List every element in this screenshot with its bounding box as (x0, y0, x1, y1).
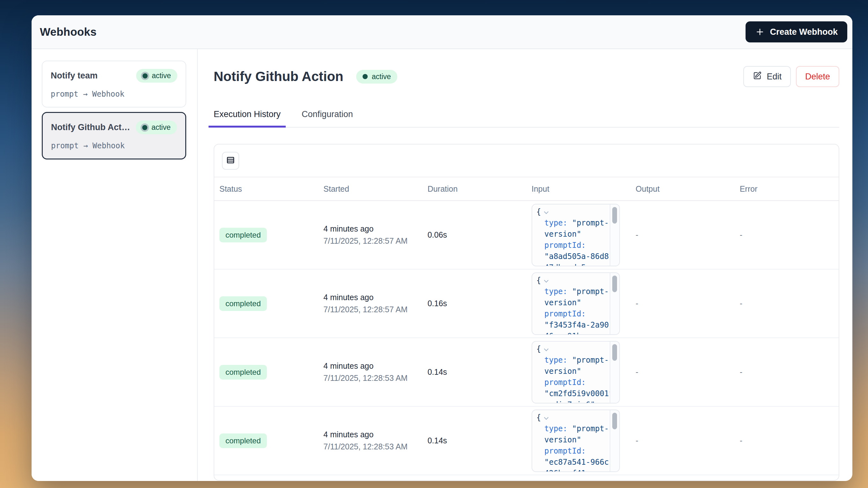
status-cell: completed (214, 296, 318, 311)
status-badge: active (356, 70, 397, 84)
scrollbar-thumb[interactable] (612, 207, 617, 223)
create-webhook-label: Create Webhook (770, 27, 838, 37)
status-cell: completed (214, 433, 318, 448)
scrollbar[interactable] (610, 410, 619, 471)
json-content: {type: "prompt-version"promptId:"ec87a54… (532, 412, 609, 472)
started-absolute: 7/11/2025, 12:28:57 AM (323, 305, 422, 314)
edit-button[interactable]: Edit (743, 66, 791, 87)
duration-cell: 0.06s (423, 230, 526, 240)
status-badge: completed (219, 296, 267, 311)
sidebar: Notify team active prompt → Webhook Noti… (32, 49, 198, 481)
sidebar-item-notify-github-action[interactable]: Notify Github Action active prompt → Web… (42, 112, 186, 159)
page-title: Notify Github Action (214, 69, 343, 84)
started-cell: 4 minutes ago 7/11/2025, 12:28:57 AM (318, 293, 422, 314)
output-cell: - (630, 299, 734, 308)
error-cell: - (735, 299, 839, 308)
chevron-down-icon[interactable] (544, 209, 549, 214)
json-content: {type: "prompt-version"promptId:"a8ad505… (532, 206, 609, 266)
error-cell: - (735, 436, 839, 445)
input-cell: {type: "prompt-version"promptId:"f3453f4… (526, 272, 630, 335)
table-row: completed 4 minutes ago 7/11/2025, 12:28… (214, 201, 839, 270)
started-cell: 4 minutes ago 7/11/2025, 12:28:53 AM (318, 430, 422, 451)
chevron-down-icon[interactable] (544, 346, 549, 351)
input-json-viewer[interactable]: {type: "prompt-version"promptId:"cm2fd5i… (532, 341, 620, 403)
scrollbar-thumb[interactable] (612, 344, 617, 361)
webhook-name: Notify Github Action (51, 122, 131, 132)
started-relative: 4 minutes ago (323, 293, 422, 302)
tab-configuration[interactable]: Configuration (297, 110, 358, 127)
started-absolute: 7/11/2025, 12:28:53 AM (323, 442, 422, 451)
webhook-route: prompt → Webhook (51, 90, 177, 98)
column-header-error: Error (735, 184, 839, 193)
webhooks-window: Webhooks Create Webhook Notify team acti… (32, 15, 852, 481)
tab-bar: Execution History Configuration (214, 110, 839, 128)
tab-execution-history[interactable]: Execution History (209, 110, 286, 128)
column-header-status: Status (214, 184, 318, 193)
create-webhook-button[interactable]: Create Webhook (746, 21, 847, 42)
started-relative: 4 minutes ago (323, 224, 422, 234)
column-header-started: Started (318, 184, 422, 193)
output-cell: - (630, 230, 734, 240)
scrollbar-thumb[interactable] (612, 413, 617, 429)
table-header-row: Status Started Duration Input Output Err… (214, 177, 839, 201)
chevron-down-icon[interactable] (544, 415, 549, 420)
started-cell: 4 minutes ago 7/11/2025, 12:28:53 AM (318, 361, 422, 383)
execution-history-table: Status Started Duration Input Output Err… (214, 144, 839, 481)
status-badge: active (136, 121, 177, 134)
json-content: {type: "prompt-version"promptId:"cm2fd5i… (532, 343, 609, 403)
error-cell: - (735, 367, 839, 377)
status-badge: active (136, 69, 177, 83)
execution-table-body: completed 4 minutes ago 7/11/2025, 12:28… (214, 201, 839, 475)
scrollbar-thumb[interactable] (612, 276, 617, 292)
table-toolbar (214, 145, 839, 177)
error-cell: - (735, 230, 839, 240)
duration-cell: 0.14s (423, 367, 526, 377)
table-row: completed 4 minutes ago 7/11/2025, 12:28… (214, 338, 839, 407)
input-json-viewer[interactable]: {type: "prompt-version"promptId:"a8ad505… (532, 204, 620, 266)
active-dot-icon (143, 73, 148, 79)
table-rows-icon (226, 155, 235, 166)
table-row: completed 4 minutes ago 7/11/2025, 12:28… (214, 270, 839, 338)
sidebar-item-notify-team[interactable]: Notify team active prompt → Webhook (42, 61, 186, 108)
output-cell: - (630, 367, 734, 377)
webhook-name: Notify team (51, 71, 98, 81)
started-absolute: 7/11/2025, 12:28:57 AM (323, 236, 422, 246)
main-panel: Notify Github Action active (198, 49, 852, 481)
started-relative: 4 minutes ago (323, 430, 422, 439)
scrollbar[interactable] (610, 205, 619, 266)
table-row: completed 4 minutes ago 7/11/2025, 12:28… (214, 407, 839, 475)
duration-cell: 0.16s (423, 299, 526, 308)
column-header-duration: Duration (423, 184, 526, 193)
status-badge: completed (219, 228, 267, 242)
status-badge: completed (219, 365, 267, 379)
status-badge: completed (219, 433, 267, 448)
input-cell: {type: "prompt-version"promptId:"ec87a54… (526, 409, 630, 472)
active-dot-icon (363, 74, 368, 79)
input-cell: {type: "prompt-version"promptId:"a8ad505… (526, 204, 630, 266)
input-json-viewer[interactable]: {type: "prompt-version"promptId:"f3453f4… (532, 272, 620, 335)
window-header: Webhooks Create Webhook (32, 15, 852, 49)
duration-cell: 0.14s (423, 436, 526, 445)
plus-icon (755, 27, 765, 37)
input-cell: {type: "prompt-version"promptId:"cm2fd5i… (526, 341, 630, 403)
started-absolute: 7/11/2025, 12:28:53 AM (323, 373, 422, 383)
webhook-route: prompt → Webhook (51, 141, 177, 150)
edit-label: Edit (767, 72, 782, 82)
row-view-toggle-button[interactable] (222, 152, 239, 170)
column-header-output: Output (630, 184, 734, 193)
scrollbar[interactable] (610, 273, 619, 334)
json-content: {type: "prompt-version"promptId:"f3453f4… (532, 275, 609, 335)
started-cell: 4 minutes ago 7/11/2025, 12:28:57 AM (318, 224, 422, 246)
app-title: Webhooks (40, 26, 97, 38)
started-relative: 4 minutes ago (323, 361, 422, 371)
pencil-square-icon (752, 71, 762, 83)
column-header-input: Input (526, 184, 630, 193)
active-dot-icon (142, 125, 147, 130)
delete-button[interactable]: Delete (796, 66, 839, 87)
chevron-down-icon[interactable] (544, 278, 549, 282)
status-cell: completed (214, 365, 318, 379)
input-json-viewer[interactable]: {type: "prompt-version"promptId:"ec87a54… (532, 409, 620, 472)
scrollbar[interactable] (610, 342, 619, 403)
output-cell: - (630, 436, 734, 445)
status-cell: completed (214, 228, 318, 242)
